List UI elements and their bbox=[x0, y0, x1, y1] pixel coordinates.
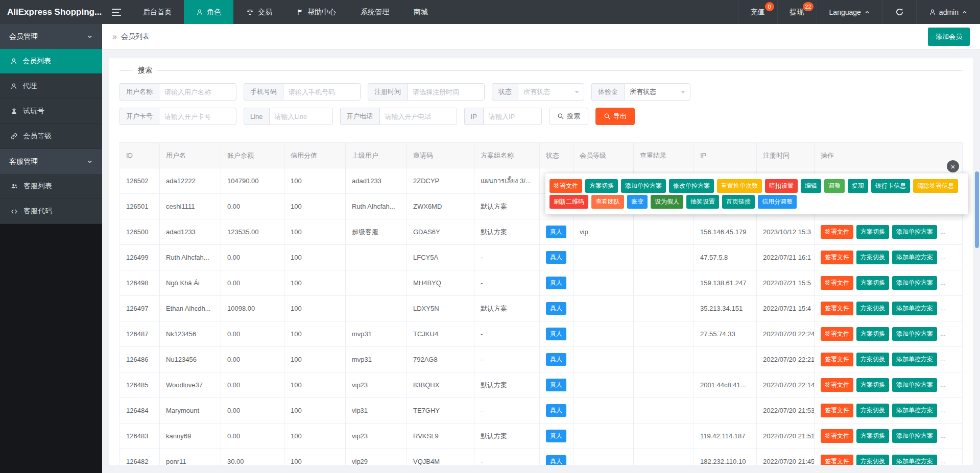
row-more-actions[interactable]: ... bbox=[940, 457, 946, 465]
recharge-button[interactable]: 充值 0 bbox=[738, 0, 777, 24]
row-more-actions[interactable]: ... bbox=[940, 355, 946, 363]
cell-member-level bbox=[573, 398, 634, 424]
export-button[interactable]: 导出 bbox=[595, 108, 635, 125]
sidebar-item-agent[interactable]: 代理 bbox=[0, 74, 102, 99]
popup-action-button[interactable]: 调整 bbox=[824, 179, 845, 193]
line-field-input[interactable] bbox=[269, 108, 333, 125]
row-action-1-button[interactable]: 签署文件 bbox=[821, 455, 853, 465]
row-action-2-button[interactable]: 方案切换 bbox=[856, 404, 889, 417]
row-action-3-button[interactable]: 添加单控方案 bbox=[892, 429, 937, 443]
row-action-1-button[interactable]: 签署文件 bbox=[821, 378, 853, 392]
cell-invite-code: ZWX6MD bbox=[407, 194, 474, 219]
user-icon bbox=[10, 58, 17, 65]
nav-item-system[interactable]: 系统管理 bbox=[348, 0, 401, 24]
popup-action-button[interactable]: 账变 bbox=[627, 195, 648, 209]
cell-member-level bbox=[573, 424, 634, 449]
row-action-1-button[interactable]: 签署文件 bbox=[821, 276, 853, 290]
row-action-2-button[interactable]: 方案切换 bbox=[856, 225, 889, 239]
popup-action-button[interactable]: 方案切换 bbox=[585, 179, 618, 193]
sidebar-toggle-button[interactable] bbox=[102, 0, 131, 24]
status-select-control[interactable]: 所有状态 bbox=[518, 83, 584, 101]
row-action-2-button[interactable]: 方案切换 bbox=[856, 455, 889, 465]
admin-dropdown[interactable]: admin bbox=[916, 0, 980, 24]
refresh-button[interactable] bbox=[882, 0, 916, 24]
add-member-button[interactable]: 添加会员 bbox=[928, 28, 970, 46]
row-action-3-button[interactable]: 添加单控方案 bbox=[892, 455, 937, 465]
sidebar-item-service-list[interactable]: 客服列表 bbox=[0, 174, 102, 199]
popup-action-button[interactable]: 信用分调整 bbox=[758, 195, 797, 209]
nav-item-role[interactable]: 角色 bbox=[184, 0, 233, 24]
popup-close-button[interactable]: × bbox=[947, 160, 959, 172]
row-more-actions[interactable]: ... bbox=[940, 279, 946, 286]
row-action-2-button[interactable]: 方案切换 bbox=[856, 353, 889, 366]
row-action-2-button[interactable]: 方案切换 bbox=[856, 276, 889, 290]
popup-action-button[interactable]: 签署文件 bbox=[549, 179, 582, 193]
popup-action-button[interactable]: 清除签署信息 bbox=[913, 179, 958, 193]
phone-field-input[interactable] bbox=[283, 83, 361, 101]
language-dropdown[interactable]: Language bbox=[817, 0, 882, 24]
register-time-field-input[interactable] bbox=[407, 83, 485, 101]
popup-action-button[interactable]: 银行卡信息 bbox=[871, 179, 910, 193]
row-action-3-button[interactable]: 添加单控方案 bbox=[892, 353, 937, 366]
row-action-2-button[interactable]: 方案切换 bbox=[856, 429, 889, 443]
withdraw-button[interactable]: 提现 22 bbox=[777, 0, 817, 24]
cell-invite-code: LDXY5N bbox=[407, 296, 474, 321]
sidebar-item-member-list[interactable]: 会员列表 bbox=[0, 49, 102, 74]
table-row: 126484Marymount0.00100vip31TE7GHY-真人2022… bbox=[120, 398, 963, 424]
vertical-scrollbar-thumb[interactable] bbox=[975, 171, 979, 248]
popup-action-button[interactable]: 提现 bbox=[848, 179, 868, 193]
sidebar-item-member-level[interactable]: 会员等级 bbox=[0, 124, 102, 149]
sidebar-item-trial-account[interactable]: 试玩号 bbox=[0, 99, 102, 124]
row-more-actions[interactable]: ... bbox=[940, 304, 946, 312]
search-button[interactable]: 搜索 bbox=[549, 108, 588, 125]
sidebar-item-service-code[interactable]: 客服代码 bbox=[0, 199, 102, 224]
row-action-3-button[interactable]: 添加单控方案 bbox=[892, 225, 937, 239]
row-more-actions[interactable]: ... bbox=[940, 330, 946, 337]
popup-action-button[interactable]: 添加单控方案 bbox=[621, 179, 666, 193]
popup-action-button[interactable]: 刷新二维码 bbox=[549, 195, 588, 209]
popup-action-button[interactable]: 设为假人 bbox=[651, 195, 683, 209]
row-action-3-button[interactable]: 添加单控方案 bbox=[892, 302, 937, 315]
row-action-1-button[interactable]: 签署文件 bbox=[821, 429, 853, 443]
popup-action-button[interactable]: 重置抢单次数 bbox=[717, 179, 762, 193]
nav-item-dashboard[interactable]: 后台首页 bbox=[131, 0, 184, 24]
row-more-actions[interactable]: ... bbox=[940, 406, 946, 414]
trial-fund-select-control[interactable]: 所有状态 bbox=[624, 83, 690, 101]
sidebar-group-header-2[interactable]: 客服管理 bbox=[0, 149, 102, 174]
nav-item-trade[interactable]: 交易 bbox=[233, 0, 284, 24]
username-field-input[interactable] bbox=[159, 83, 236, 101]
popup-action-button[interactable]: 查看团队 bbox=[591, 195, 624, 209]
row-more-actions[interactable]: ... bbox=[940, 381, 946, 388]
popup-action-button[interactable]: 首页链接 bbox=[722, 195, 755, 209]
cell-dup-check bbox=[634, 270, 694, 296]
popup-action-button[interactable]: 暗扣设置 bbox=[765, 179, 798, 193]
row-action-1-button[interactable]: 签署文件 bbox=[821, 251, 853, 264]
row-more-actions[interactable]: ... bbox=[940, 432, 946, 439]
row-action-1-button[interactable]: 签署文件 bbox=[821, 404, 853, 417]
row-action-1-button[interactable]: 签署文件 bbox=[821, 225, 853, 239]
sidebar-group-header-1[interactable]: 会员管理 bbox=[0, 24, 102, 49]
row-action-2-button[interactable]: 方案切换 bbox=[856, 251, 889, 264]
row-action-2-button[interactable]: 方案切换 bbox=[856, 327, 889, 341]
row-action-3-button[interactable]: 添加单控方案 bbox=[892, 378, 937, 392]
popup-action-button[interactable]: 编辑 bbox=[801, 179, 821, 193]
row-action-3-button[interactable]: 添加单控方案 bbox=[892, 327, 937, 341]
ip-field-input[interactable] bbox=[483, 108, 542, 125]
row-action-1-button[interactable]: 签署文件 bbox=[821, 327, 853, 341]
nav-item-help-center[interactable]: 帮助中心 bbox=[284, 0, 348, 24]
popup-action-button[interactable]: 抽奖设置 bbox=[686, 195, 719, 209]
nav-item-mall[interactable]: 商城 bbox=[401, 0, 440, 24]
popup-action-button[interactable]: 修改单控方案 bbox=[669, 179, 714, 193]
row-more-actions[interactable]: ... bbox=[940, 253, 946, 261]
account-phone-field-input[interactable] bbox=[379, 108, 457, 125]
row-action-1-button[interactable]: 签署文件 bbox=[821, 302, 853, 315]
row-action-2-button[interactable]: 方案切换 bbox=[856, 302, 889, 315]
row-more-actions[interactable]: ... bbox=[940, 228, 946, 235]
row-action-2-button[interactable]: 方案切换 bbox=[856, 378, 889, 392]
cell-balance: 10098.00 bbox=[221, 296, 284, 321]
card-number-field-input[interactable] bbox=[159, 108, 236, 125]
row-action-3-button[interactable]: 添加单控方案 bbox=[892, 276, 937, 290]
row-action-3-button[interactable]: 添加单控方案 bbox=[892, 404, 937, 417]
row-action-3-button[interactable]: 添加单控方案 bbox=[892, 251, 937, 264]
row-action-1-button[interactable]: 签署文件 bbox=[821, 353, 853, 366]
